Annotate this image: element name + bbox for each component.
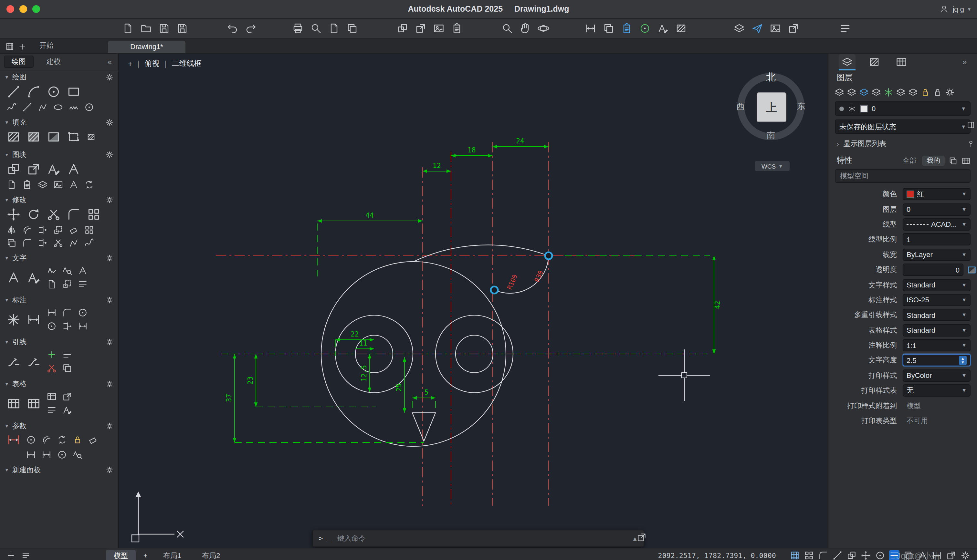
offset-tool-icon[interactable] (22, 225, 32, 235)
show-constraints-tool-icon[interactable] (72, 450, 83, 460)
annotation-scale-select[interactable]: 1:1 ▼ (903, 339, 970, 352)
lineweight-select[interactable]: ByLayer ▼ (903, 249, 970, 261)
grip-point[interactable] (491, 287, 498, 293)
compass-south[interactable]: 南 (767, 130, 775, 142)
current-layer-selector[interactable]: 0 ▼ (835, 102, 970, 116)
radius-dimension-tool-icon[interactable] (78, 307, 88, 318)
plot-button[interactable] (292, 23, 304, 34)
isometric-drafting-toggle-icon[interactable] (847, 550, 857, 560)
section-settings-icon[interactable] (105, 196, 114, 204)
lengthen-tool-icon[interactable] (37, 238, 48, 248)
join-tool-icon[interactable] (68, 238, 79, 248)
annotation-scale-toggle-icon[interactable] (932, 550, 942, 560)
paste-clip-button[interactable] (621, 23, 633, 34)
edit-block-tool-icon[interactable] (47, 162, 61, 176)
page-setup-button[interactable] (328, 23, 340, 34)
transparency-picker-icon[interactable] (967, 265, 977, 275)
aligned-dimension-tool-icon[interactable] (47, 307, 57, 318)
create-block-tool-icon[interactable] (27, 162, 41, 176)
filter-mine-button[interactable]: 我的 (922, 155, 945, 166)
layer-freeze-state-icon[interactable] (848, 104, 856, 113)
grid-display-toggle-icon[interactable] (790, 550, 800, 560)
new-layout-button[interactable]: + (141, 552, 150, 559)
plot-preview-button[interactable] (310, 23, 322, 34)
command-input-placeholder[interactable]: 键入命令 (337, 533, 366, 543)
tab-layout1[interactable]: 布局1 (155, 549, 189, 560)
text-style-tool-icon[interactable] (78, 265, 88, 276)
annotation-visibility-toggle-icon[interactable] (917, 550, 928, 560)
compass-west[interactable]: 西 (736, 101, 745, 112)
dim-style-select[interactable]: ISO-25 ▼ (903, 294, 970, 306)
new-drawing-button[interactable] (122, 23, 134, 34)
table-edit-tool-icon[interactable] (62, 405, 72, 415)
copy-tool-icon[interactable] (7, 238, 17, 248)
diameter-dimension-tool-icon[interactable] (47, 321, 57, 332)
view-manager-button[interactable] (788, 23, 799, 34)
collapse-triangle-icon[interactable]: ▼ (5, 468, 9, 472)
dim-constraint-radius-tool-icon[interactable] (57, 450, 67, 460)
hatch-settings-icon[interactable] (87, 132, 96, 142)
erase-tool-icon[interactable] (68, 225, 79, 235)
color-select[interactable]: 红 ▼ (903, 188, 970, 200)
ellipse-tool-icon[interactable] (53, 102, 63, 112)
insert-block-button[interactable] (397, 23, 408, 34)
layer-freeze-icon[interactable] (883, 87, 894, 98)
add-leader-tool-icon[interactable] (47, 350, 57, 360)
circle-tool-icon[interactable] (47, 85, 61, 99)
account-area[interactable]: jq g ▾ (940, 5, 970, 13)
show-layer-list-toggle[interactable]: › 显示图层列表 (829, 136, 977, 152)
undo-button[interactable] (227, 23, 238, 34)
collapse-triangle-icon[interactable]: ▼ (5, 120, 9, 125)
plot-style-select[interactable]: ByColor ▼ (903, 370, 970, 382)
break-tool-icon[interactable] (53, 238, 63, 248)
sync-attributes-tool-icon[interactable] (84, 180, 94, 190)
workspace-grid-icon[interactable] (5, 42, 14, 51)
ordinate-dimension-tool-icon[interactable] (62, 321, 72, 332)
text-style-select[interactable]: Standard ▼ (903, 279, 970, 291)
pan-button[interactable] (520, 23, 531, 34)
redo-button[interactable] (245, 23, 257, 34)
explode-tool-icon[interactable] (84, 225, 94, 235)
attach-image-button[interactable] (433, 23, 445, 34)
snap-mode-toggle-icon[interactable] (804, 550, 814, 560)
object-snap-tracking-toggle-icon[interactable] (861, 550, 871, 560)
polyline-tool-icon[interactable] (37, 102, 48, 112)
table-from-data-tool-icon[interactable] (27, 396, 41, 410)
palette-collapse-button[interactable]: « (105, 57, 114, 66)
section-settings-icon[interactable] (105, 150, 114, 159)
move-tool-icon[interactable] (7, 207, 21, 222)
compass-north[interactable]: 北 (766, 72, 776, 83)
object-snap-toggle-icon[interactable] (875, 550, 885, 560)
palette-tab-model[interactable]: 建模 (39, 55, 68, 68)
grip-point[interactable] (545, 252, 552, 259)
clip-reference-tool-icon[interactable] (22, 180, 32, 190)
view-cube[interactable]: 北 南 西 东 上 (726, 62, 816, 152)
command-line-detach-icon[interactable] (637, 532, 647, 543)
layer-unlock-icon[interactable] (932, 87, 943, 98)
mtext-tool-icon[interactable] (7, 270, 21, 285)
array-tool-icon[interactable] (87, 207, 101, 222)
more-tabs-button[interactable]: » (962, 57, 967, 67)
linetype-scale-input[interactable]: 1 (903, 233, 970, 246)
new-tab-icon[interactable] (18, 43, 27, 51)
tool-list-icon[interactable] (21, 551, 30, 560)
copy-clip-button[interactable] (603, 23, 615, 34)
measure-button[interactable] (585, 23, 597, 34)
layer-color-chip[interactable] (860, 105, 868, 112)
layer-settings-icon[interactable] (945, 87, 955, 98)
publish-button[interactable] (346, 23, 358, 34)
tab-model[interactable]: 模型 (106, 549, 136, 560)
block-attribute-tool-icon[interactable] (67, 162, 81, 176)
add-tool-icon[interactable] (7, 551, 15, 560)
line-tool-icon[interactable] (7, 85, 21, 99)
linetype-select[interactable]: ACAD... ▼ (903, 218, 970, 231)
collect-leaders-tool-icon[interactable] (62, 363, 72, 373)
collapse-triangle-icon[interactable]: ▼ (5, 382, 9, 386)
center-mark-tool-icon[interactable] (7, 312, 21, 327)
boundary-tool-icon[interactable] (67, 130, 81, 144)
layer-thaw-icon[interactable] (895, 87, 906, 98)
linear-dimension-tool-icon[interactable] (27, 312, 41, 327)
justify-text-tool-icon[interactable] (78, 279, 88, 289)
zoom-button[interactable] (502, 23, 513, 34)
hatch-button[interactable] (675, 23, 687, 34)
